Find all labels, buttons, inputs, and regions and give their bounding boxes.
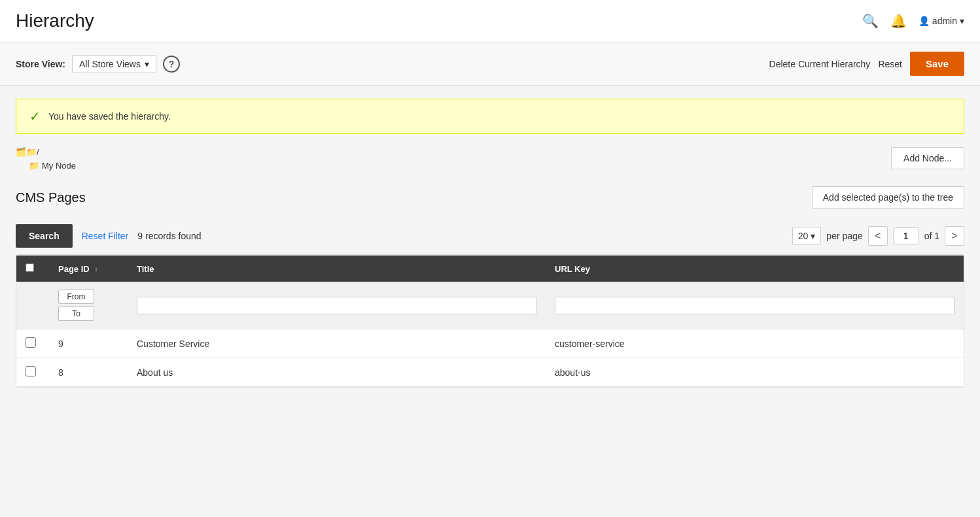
row-checkbox-cell bbox=[16, 358, 49, 387]
success-icon: ✓ bbox=[29, 108, 41, 124]
success-text: You have saved the hierarchy. bbox=[48, 111, 171, 122]
filter-urlkey-input[interactable] bbox=[555, 297, 954, 314]
per-page-label: per page bbox=[826, 231, 862, 241]
th-url-key[interactable]: URL Key bbox=[546, 256, 964, 282]
pagination-section: 20 ▾ per page < of 1 > bbox=[792, 226, 964, 246]
save-button[interactable]: Save bbox=[910, 52, 964, 76]
th-page-id[interactable]: Page ID ↑ bbox=[49, 256, 128, 282]
store-view-label: Store View: bbox=[16, 59, 65, 69]
add-node-button[interactable]: Add Node... bbox=[891, 147, 964, 169]
th-title[interactable]: Title bbox=[128, 256, 546, 282]
filter-pageid-cell: From To bbox=[49, 282, 128, 329]
row-title: About us bbox=[128, 358, 546, 387]
delete-hierarchy-button[interactable]: Delete Current Hierarchy bbox=[769, 59, 871, 69]
filter-checkbox-cell bbox=[16, 282, 49, 329]
header-icons: 🔍 🔔 👤 admin ▾ bbox=[862, 13, 964, 29]
row-checkbox[interactable] bbox=[26, 337, 36, 348]
per-page-arrow: ▾ bbox=[811, 231, 815, 241]
filter-from-to: From To bbox=[58, 290, 118, 321]
toolbar-actions: Delete Current Hierarchy Reset Save bbox=[769, 52, 964, 76]
user-icon: 👤 bbox=[919, 16, 930, 26]
sort-icon-page-id: ↑ bbox=[94, 265, 98, 273]
prev-page-button[interactable]: < bbox=[868, 226, 888, 246]
tree-nodes: 🗂️📁/ 📁 My Node bbox=[16, 147, 76, 171]
cms-table: Page ID ↑ Title URL Key bbox=[16, 256, 964, 387]
table-header-row: Page ID ↑ Title URL Key bbox=[16, 256, 964, 282]
select-all-checkbox[interactable] bbox=[26, 263, 34, 272]
child-folder-icon: 📁 bbox=[29, 161, 39, 171]
filter-title-cell bbox=[128, 282, 546, 329]
top-header: Hierarchy 🔍 🔔 👤 admin ▾ bbox=[0, 0, 980, 42]
root-folder-icon: 🗂️📁/ bbox=[16, 147, 39, 157]
next-page-button[interactable]: > bbox=[945, 226, 964, 246]
store-view-arrow: ▾ bbox=[145, 59, 149, 69]
th-page-id-label: Page ID bbox=[58, 264, 90, 274]
cms-pages-title: CMS Pages bbox=[16, 190, 86, 205]
store-view-dropdown[interactable]: All Store Views ▾ bbox=[72, 55, 156, 73]
row-title: Customer Service bbox=[128, 329, 546, 358]
filter-title-input[interactable] bbox=[137, 297, 536, 314]
search-button[interactable]: Search bbox=[16, 224, 73, 248]
help-icon[interactable]: ? bbox=[163, 56, 180, 73]
toolbar-bar: Store View: All Store Views ▾ ? Delete C… bbox=[0, 42, 980, 86]
row-page-id: 8 bbox=[49, 358, 128, 387]
page-title: Hierarchy bbox=[16, 10, 94, 31]
page-number-input[interactable] bbox=[893, 227, 919, 244]
row-checkbox[interactable] bbox=[26, 366, 36, 376]
filter-to-button[interactable]: To bbox=[58, 307, 94, 321]
admin-user-menu[interactable]: 👤 admin ▾ bbox=[919, 16, 964, 26]
bell-icon[interactable]: 🔔 bbox=[890, 13, 907, 29]
reset-button[interactable]: Reset bbox=[878, 59, 902, 69]
main-content: ✓ You have saved the hierarchy. 🗂️📁/ 📁 M… bbox=[0, 86, 980, 401]
th-title-label: Title bbox=[137, 264, 154, 274]
store-view-value: All Store Views bbox=[79, 59, 141, 69]
tree-child-node[interactable]: 📁 My Node bbox=[16, 161, 76, 171]
records-found: 9 records found bbox=[137, 231, 201, 241]
filter-from-button[interactable]: From bbox=[58, 290, 94, 304]
tree-section: 🗂️📁/ 📁 My Node Add Node... bbox=[16, 147, 964, 171]
row-page-id: 9 bbox=[49, 329, 128, 358]
cms-pages-header: CMS Pages Add selected page(s) to the tr… bbox=[16, 186, 964, 208]
admin-username: admin bbox=[932, 16, 957, 26]
success-message: ✓ You have saved the hierarchy. bbox=[16, 99, 964, 134]
filter-urlkey-cell bbox=[546, 282, 964, 329]
per-page-value: 20 bbox=[798, 231, 809, 241]
filter-row: From To bbox=[16, 282, 964, 329]
store-view-section: Store View: All Store Views ▾ ? bbox=[16, 55, 180, 73]
search-bar: Search Reset Filter 9 records found 20 ▾… bbox=[16, 218, 964, 255]
th-url-key-label: URL Key bbox=[555, 264, 590, 274]
row-checkbox-cell bbox=[16, 329, 49, 358]
of-label: of 1 bbox=[924, 231, 939, 241]
reset-filter-button[interactable]: Reset Filter bbox=[82, 231, 129, 241]
node-name: My Node bbox=[42, 161, 76, 171]
row-url-key: about-us bbox=[546, 358, 964, 387]
search-icon[interactable]: 🔍 bbox=[862, 13, 879, 29]
records-count: 9 bbox=[137, 231, 143, 241]
row-url-key: customer-service bbox=[546, 329, 964, 358]
table-row: 8 About us about-us bbox=[16, 358, 964, 387]
tree-root-node: 🗂️📁/ bbox=[16, 147, 76, 157]
add-to-tree-button[interactable]: Add selected page(s) to the tree bbox=[812, 186, 964, 208]
records-found-text: records found bbox=[145, 231, 201, 241]
admin-dropdown-arrow: ▾ bbox=[960, 16, 964, 26]
per-page-dropdown[interactable]: 20 ▾ bbox=[792, 227, 822, 245]
th-checkbox bbox=[16, 256, 49, 282]
cms-table-wrapper: Page ID ↑ Title URL Key bbox=[16, 255, 964, 388]
table-row: 9 Customer Service customer-service bbox=[16, 329, 964, 358]
